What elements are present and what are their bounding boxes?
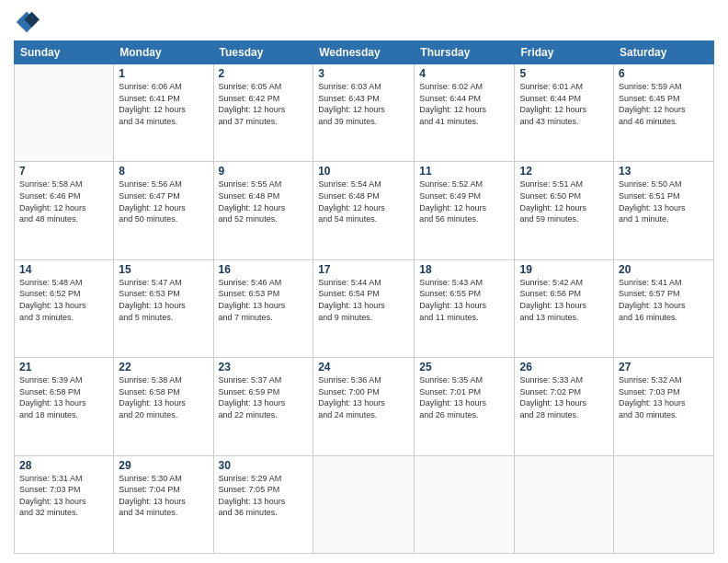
calendar-cell: 19Sunrise: 5:42 AM Sunset: 6:56 PM Dayli… (515, 259, 614, 357)
calendar-cell: 1Sunrise: 6:06 AM Sunset: 6:41 PM Daylig… (114, 64, 213, 162)
day-info: Sunrise: 5:46 AM Sunset: 6:53 PM Dayligh… (219, 277, 309, 323)
day-number: 22 (119, 361, 208, 373)
day-info: Sunrise: 5:58 AM Sunset: 6:46 PM Dayligh… (19, 178, 108, 224)
day-info: Sunrise: 5:38 AM Sunset: 6:58 PM Dayligh… (119, 374, 208, 420)
day-info: Sunrise: 5:56 AM Sunset: 6:47 PM Dayligh… (119, 178, 208, 224)
day-number: 1 (119, 67, 208, 80)
day-info: Sunrise: 6:06 AM Sunset: 6:41 PM Dayligh… (119, 81, 208, 127)
calendar-cell: 6Sunrise: 5:59 AM Sunset: 6:45 PM Daylig… (614, 64, 714, 162)
day-info: Sunrise: 6:02 AM Sunset: 6:44 PM Dayligh… (419, 81, 509, 127)
day-number: 7 (19, 165, 108, 178)
calendar-cell: 29Sunrise: 5:30 AM Sunset: 7:04 PM Dayli… (114, 455, 213, 553)
day-info: Sunrise: 5:42 AM Sunset: 6:56 PM Dayligh… (519, 277, 609, 323)
calendar-cell: 17Sunrise: 5:44 AM Sunset: 6:54 PM Dayli… (313, 259, 415, 357)
calendar-table: SundayMondayTuesdayWednesdayThursdayFrid… (14, 40, 714, 554)
day-number: 12 (519, 165, 609, 178)
day-info: Sunrise: 5:29 AM Sunset: 7:05 PM Dayligh… (219, 473, 309, 519)
day-info: Sunrise: 5:36 AM Sunset: 7:00 PM Dayligh… (318, 374, 409, 420)
day-info: Sunrise: 5:51 AM Sunset: 6:50 PM Dayligh… (519, 178, 609, 224)
calendar-cell: 18Sunrise: 5:43 AM Sunset: 6:55 PM Dayli… (415, 259, 515, 357)
calendar-cell: 5Sunrise: 6:01 AM Sunset: 6:44 PM Daylig… (515, 64, 614, 162)
calendar-cell: 13Sunrise: 5:50 AM Sunset: 6:51 PM Dayli… (614, 162, 714, 259)
day-info: Sunrise: 5:50 AM Sunset: 6:51 PM Dayligh… (619, 178, 709, 224)
day-number: 2 (219, 67, 309, 80)
calendar-cell: 11Sunrise: 5:52 AM Sunset: 6:49 PM Dayli… (415, 162, 515, 259)
day-info: Sunrise: 5:59 AM Sunset: 6:45 PM Dayligh… (619, 81, 709, 127)
day-number: 17 (318, 263, 409, 276)
calendar-week-3: 21Sunrise: 5:39 AM Sunset: 6:58 PM Dayli… (15, 358, 714, 455)
calendar-week-4: 28Sunrise: 5:31 AM Sunset: 7:03 PM Dayli… (15, 455, 714, 553)
calendar-cell (415, 455, 515, 553)
calendar-cell: 26Sunrise: 5:33 AM Sunset: 7:02 PM Dayli… (515, 358, 614, 455)
calendar-cell: 3Sunrise: 6:03 AM Sunset: 6:43 PM Daylig… (313, 64, 415, 162)
day-number: 14 (19, 263, 108, 276)
calendar-cell: 12Sunrise: 5:51 AM Sunset: 6:50 PM Dayli… (515, 162, 614, 259)
day-info: Sunrise: 6:03 AM Sunset: 6:43 PM Dayligh… (318, 81, 409, 127)
weekday-header-sunday: Sunday (15, 41, 114, 64)
day-info: Sunrise: 5:30 AM Sunset: 7:04 PM Dayligh… (119, 473, 208, 519)
day-info: Sunrise: 5:31 AM Sunset: 7:03 PM Dayligh… (19, 473, 108, 519)
day-number: 9 (219, 165, 309, 178)
day-number: 28 (19, 459, 108, 472)
day-info: Sunrise: 5:32 AM Sunset: 7:03 PM Dayligh… (619, 374, 709, 420)
day-number: 23 (219, 361, 309, 373)
calendar-cell: 2Sunrise: 6:05 AM Sunset: 6:42 PM Daylig… (213, 64, 313, 162)
calendar-cell (614, 455, 714, 553)
day-number: 26 (519, 361, 609, 373)
day-number: 21 (19, 361, 108, 373)
day-number: 16 (219, 263, 309, 276)
weekday-header-tuesday: Tuesday (213, 41, 313, 64)
day-number: 6 (619, 67, 709, 80)
day-number: 24 (318, 361, 409, 373)
day-number: 3 (318, 67, 409, 80)
calendar-cell: 27Sunrise: 5:32 AM Sunset: 7:03 PM Dayli… (614, 358, 714, 455)
logo-icon (14, 9, 40, 35)
day-info: Sunrise: 5:48 AM Sunset: 6:52 PM Dayligh… (19, 277, 108, 323)
day-number: 27 (619, 361, 709, 373)
day-number: 8 (119, 165, 208, 178)
day-info: Sunrise: 5:35 AM Sunset: 7:01 PM Dayligh… (419, 374, 509, 420)
day-number: 11 (419, 165, 509, 178)
calendar-cell: 20Sunrise: 5:41 AM Sunset: 6:57 PM Dayli… (614, 259, 714, 357)
calendar-week-2: 14Sunrise: 5:48 AM Sunset: 6:52 PM Dayli… (15, 259, 714, 357)
calendar-cell: 25Sunrise: 5:35 AM Sunset: 7:01 PM Dayli… (415, 358, 515, 455)
weekday-header-friday: Friday (515, 41, 614, 64)
calendar-cell: 8Sunrise: 5:56 AM Sunset: 6:47 PM Daylig… (114, 162, 213, 259)
day-number: 4 (419, 67, 509, 80)
day-number: 15 (119, 263, 208, 276)
calendar-cell: 15Sunrise: 5:47 AM Sunset: 6:53 PM Dayli… (114, 259, 213, 357)
day-number: 19 (519, 263, 609, 276)
calendar-week-1: 7Sunrise: 5:58 AM Sunset: 6:46 PM Daylig… (15, 162, 714, 259)
day-number: 29 (119, 459, 208, 472)
page: SundayMondayTuesdayWednesdayThursdayFrid… (0, 0, 728, 563)
day-number: 25 (419, 361, 509, 373)
calendar-cell: 9Sunrise: 5:55 AM Sunset: 6:48 PM Daylig… (213, 162, 313, 259)
day-info: Sunrise: 5:39 AM Sunset: 6:58 PM Dayligh… (19, 374, 108, 420)
day-info: Sunrise: 5:52 AM Sunset: 6:49 PM Dayligh… (419, 178, 509, 224)
day-number: 13 (619, 165, 709, 178)
day-info: Sunrise: 5:43 AM Sunset: 6:55 PM Dayligh… (419, 277, 509, 323)
calendar-cell: 23Sunrise: 5:37 AM Sunset: 6:59 PM Dayli… (213, 358, 313, 455)
day-number: 30 (219, 459, 309, 472)
day-info: Sunrise: 5:33 AM Sunset: 7:02 PM Dayligh… (519, 374, 609, 420)
day-number: 18 (419, 263, 509, 276)
weekday-header-wednesday: Wednesday (313, 41, 415, 64)
calendar-header-row: SundayMondayTuesdayWednesdayThursdayFrid… (15, 41, 714, 64)
day-info: Sunrise: 5:47 AM Sunset: 6:53 PM Dayligh… (119, 277, 208, 323)
day-info: Sunrise: 5:37 AM Sunset: 6:59 PM Dayligh… (219, 374, 309, 420)
day-info: Sunrise: 6:05 AM Sunset: 6:42 PM Dayligh… (219, 81, 309, 127)
calendar-cell: 16Sunrise: 5:46 AM Sunset: 6:53 PM Dayli… (213, 259, 313, 357)
calendar-cell: 10Sunrise: 5:54 AM Sunset: 6:48 PM Dayli… (313, 162, 415, 259)
calendar-cell (15, 64, 114, 162)
calendar-cell: 14Sunrise: 5:48 AM Sunset: 6:52 PM Dayli… (15, 259, 114, 357)
calendar-cell (515, 455, 614, 553)
calendar-cell: 21Sunrise: 5:39 AM Sunset: 6:58 PM Dayli… (15, 358, 114, 455)
calendar-cell: 22Sunrise: 5:38 AM Sunset: 6:58 PM Dayli… (114, 358, 213, 455)
day-info: Sunrise: 6:01 AM Sunset: 6:44 PM Dayligh… (519, 81, 609, 127)
header (14, 9, 714, 35)
day-number: 20 (619, 263, 709, 276)
day-number: 10 (318, 165, 409, 178)
day-info: Sunrise: 5:55 AM Sunset: 6:48 PM Dayligh… (219, 178, 309, 224)
calendar-cell: 4Sunrise: 6:02 AM Sunset: 6:44 PM Daylig… (415, 64, 515, 162)
calendar-week-0: 1Sunrise: 6:06 AM Sunset: 6:41 PM Daylig… (15, 64, 714, 162)
